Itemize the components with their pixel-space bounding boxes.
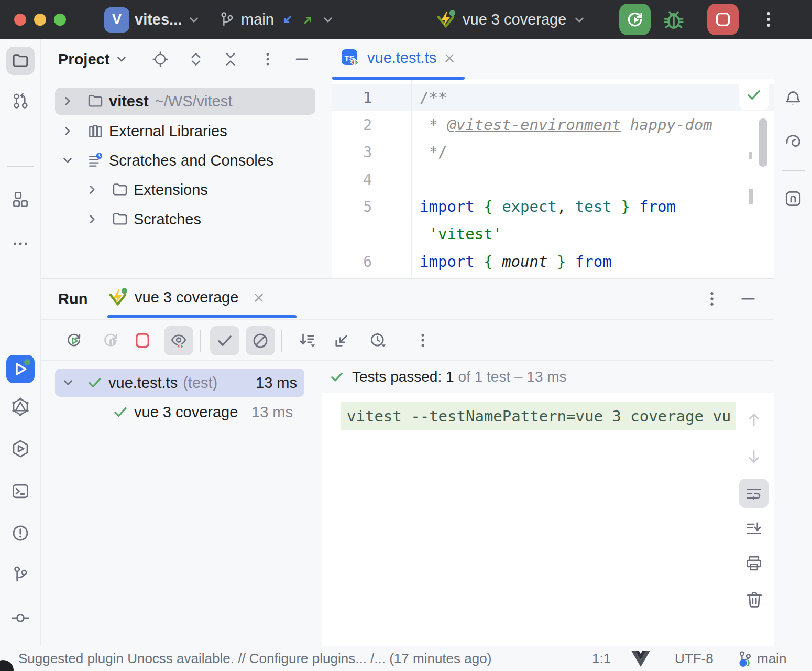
close-icon[interactable] xyxy=(252,291,266,305)
stop-process-button[interactable] xyxy=(133,331,152,350)
print-button[interactable] xyxy=(744,554,763,573)
caret-position-widget[interactable]: 1:1 xyxy=(592,646,611,671)
tree-item-extensions[interactable]: Extensions xyxy=(55,176,315,203)
clear-console-button[interactable] xyxy=(744,590,764,610)
rerun-button[interactable] xyxy=(619,4,651,35)
editor-marker xyxy=(749,152,752,159)
tree-item-scratches-consoles[interactable]: Scratches and Consoles xyxy=(55,147,315,174)
tool-graphql-button[interactable] xyxy=(10,397,30,417)
hide-project-panel-button[interactable] xyxy=(293,50,311,68)
tool-git-button[interactable] xyxy=(10,565,30,585)
vue-logo-icon[interactable] xyxy=(631,646,650,671)
suite-duration: 13 ms xyxy=(256,374,297,392)
update-project-icon[interactable] xyxy=(279,12,295,28)
show-passed-toggle[interactable] xyxy=(210,326,239,355)
show-ignored-toggle[interactable] xyxy=(246,326,275,355)
tool-pull-requests-button[interactable] xyxy=(11,92,30,111)
sort-tests-button[interactable] xyxy=(298,331,316,350)
rerun-tests-button[interactable] xyxy=(64,331,83,350)
run-tool-window: Run vue 3 coverage xyxy=(41,278,774,646)
macos-zoom-button[interactable] xyxy=(54,14,66,26)
tree-item-label: Scratches xyxy=(134,211,201,228)
navigate-with-single-click-button[interactable] xyxy=(333,331,352,350)
editor-tab-strip: TS vue.test.ts xyxy=(332,39,774,79)
tree-item-vitest-root[interactable]: vitest ~/WS/vitest xyxy=(55,88,315,115)
typescript-test-file-icon: TS xyxy=(340,48,361,69)
file-encoding-widget[interactable]: UTF-8 xyxy=(675,646,714,671)
run-configuration-widget[interactable]: vue 3 coverage xyxy=(435,0,586,39)
editor-tab-vue-test-ts[interactable]: TS vue.test.ts xyxy=(340,39,456,77)
tree-item-label: Extensions xyxy=(134,181,208,199)
macos-close-button[interactable] xyxy=(14,14,26,26)
watch-tests-toggle[interactable] xyxy=(164,326,193,355)
tool-project-button[interactable] xyxy=(6,47,35,75)
project-name: vites... xyxy=(135,11,182,28)
tool-terminal-button[interactable] xyxy=(10,481,30,501)
left-tool-window-bar xyxy=(0,39,41,646)
vitest-icon xyxy=(107,287,128,308)
chevron-down-icon[interactable] xyxy=(61,376,75,389)
tool-node-services-button[interactable] xyxy=(10,439,30,459)
test-case-row[interactable]: vue 3 coverage 13 ms xyxy=(55,398,304,426)
status-message[interactable]: Suggested plugin Unocss available. // Co… xyxy=(18,646,491,671)
collapse-all-button[interactable] xyxy=(222,50,239,68)
test-tree: vue.test.ts (test) 13 ms vue 3 coverage … xyxy=(41,361,321,646)
macos-minimize-button[interactable] xyxy=(34,14,46,26)
soft-wrap-toggle[interactable] xyxy=(739,479,769,508)
tree-item-external-libraries[interactable]: External Libraries xyxy=(55,117,315,145)
editor-scrollbar-thumb[interactable] xyxy=(759,118,767,167)
tree-item-label: External Libraries xyxy=(109,123,227,140)
chevron-right-icon[interactable] xyxy=(61,94,74,108)
run-tab-vue-3-coverage[interactable]: vue 3 coverage xyxy=(107,279,266,316)
tool-structure-button[interactable] xyxy=(11,190,30,209)
expand-all-button[interactable] xyxy=(187,50,205,68)
test-suite-row[interactable]: vue.test.ts (test) 13 ms xyxy=(55,369,304,397)
notifications-bell-icon[interactable] xyxy=(783,89,803,109)
stop-button[interactable] xyxy=(707,4,739,35)
project-panel-header[interactable]: Project xyxy=(58,39,128,79)
toolbar-more-menu[interactable] xyxy=(413,331,432,350)
ai-assistant-icon[interactable] xyxy=(783,132,803,152)
close-icon[interactable] xyxy=(443,51,456,65)
bookmarks-icon[interactable] xyxy=(783,189,803,209)
code-line[interactable]: /** xyxy=(420,84,447,111)
vcs-widget[interactable]: main xyxy=(218,0,335,39)
chevron-right-icon[interactable] xyxy=(85,183,99,197)
tool-problems-button[interactable] xyxy=(10,523,30,543)
tree-item-scratches[interactable]: Scratches xyxy=(55,205,315,233)
project-options-menu[interactable] xyxy=(259,50,277,68)
prev-occurrence-button[interactable] xyxy=(744,410,763,429)
select-opened-file-button[interactable] xyxy=(151,50,169,68)
run-config-name: vue 3 coverage xyxy=(463,11,566,28)
run-panel-options-menu[interactable] xyxy=(702,289,722,309)
tool-commit-button[interactable] xyxy=(10,608,30,628)
tool-run-button[interactable] xyxy=(6,355,35,383)
chevron-right-icon[interactable] xyxy=(85,212,99,226)
next-occurrence-button[interactable] xyxy=(744,447,763,466)
active-tab-indicator xyxy=(332,77,465,80)
rerun-failed-tests-button[interactable] xyxy=(101,331,120,350)
hide-run-panel-button[interactable] xyxy=(738,289,758,309)
console-command-line[interactable]: vitest --testNamePattern=vue 3 coverage … xyxy=(341,402,736,430)
git-branch-widget[interactable]: main xyxy=(736,646,786,671)
more-tool-windows-button[interactable] xyxy=(11,234,30,253)
chevron-down-icon[interactable] xyxy=(61,154,74,167)
editor-area: TS vue.test.ts 1 2 3 4 5 6 /** * @vitest… xyxy=(332,39,774,278)
titlebar-more-menu[interactable] xyxy=(759,9,778,29)
test-history-button[interactable] xyxy=(368,331,387,350)
tree-item-label: vitest xyxy=(109,93,149,110)
status-branch-name: main xyxy=(757,651,786,667)
test-passed-icon xyxy=(86,374,103,391)
code-line[interactable]: * @vitest-environment happy-dom xyxy=(420,111,712,138)
debug-button[interactable] xyxy=(661,7,686,33)
code-line[interactable]: */ xyxy=(420,138,447,166)
code-line[interactable]: import { mount } from xyxy=(420,248,612,275)
chevron-right-icon[interactable] xyxy=(61,124,74,138)
run-panel-header: Run vue 3 coverage xyxy=(41,279,774,320)
project-widget[interactable]: V vites... xyxy=(104,0,201,39)
push-commits-icon[interactable] xyxy=(300,12,316,28)
scroll-to-end-button[interactable] xyxy=(744,520,763,538)
code-line[interactable]: import { expect, test } from xyxy=(420,193,676,220)
inspections-widget[interactable] xyxy=(739,80,769,110)
code-line-wrap[interactable]: 'vitest' xyxy=(420,220,502,247)
